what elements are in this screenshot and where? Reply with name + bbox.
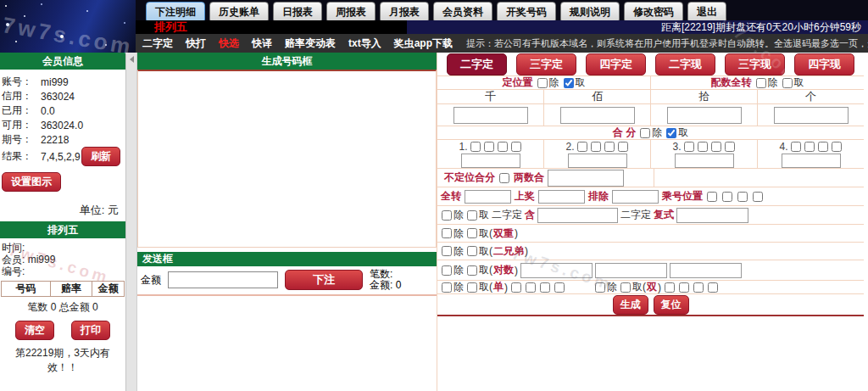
even-pos-checkbox[interactable] [693, 282, 704, 293]
group-4-checkbox[interactable] [832, 142, 842, 152]
mode-button[interactable]: 二字定 [447, 53, 507, 75]
tab[interactable]: txt导入 [348, 36, 381, 51]
clear-button[interactable]: 清空 [15, 321, 54, 340]
odd-pos-checkbox[interactable] [526, 282, 536, 293]
brothers-take-checkbox[interactable] [467, 246, 477, 256]
group-1-input[interactable] [461, 154, 520, 168]
full-exclude[interactable]: 除 [755, 75, 778, 90]
odd-pos-checkbox[interactable] [554, 282, 565, 293]
contain-input[interactable] [537, 208, 618, 223]
even-exclude[interactable]: 除 [594, 280, 617, 294]
odd-take[interactable]: 取(单) [466, 280, 508, 294]
pair-input-3[interactable] [670, 263, 742, 278]
tab[interactable]: 快打 [186, 36, 206, 51]
group-1-checkbox[interactable] [470, 142, 481, 152]
collapse-arrow-icon[interactable] [130, 56, 134, 63]
even-pos-checkbox[interactable] [665, 282, 675, 293]
group-4-checkbox[interactable] [818, 142, 828, 152]
multiply-pos-checkbox[interactable] [753, 192, 763, 202]
odd-exclude-checkbox[interactable] [442, 282, 452, 293]
double-exclude-checkbox[interactable] [442, 228, 452, 238]
refresh-button[interactable]: 刷新 [81, 147, 120, 166]
odd-pos-checkbox[interactable] [511, 282, 521, 293]
full-exclude-checkbox[interactable] [756, 78, 766, 88]
hefen-take[interactable]: 取 [665, 126, 688, 140]
double-take-checkbox[interactable] [467, 228, 477, 238]
amount-input[interactable] [168, 271, 278, 288]
contain-exclude[interactable]: 除 [441, 208, 464, 222]
group-3-checkbox[interactable] [711, 142, 721, 152]
group-2-checkbox[interactable] [591, 142, 601, 152]
generated-numbers-box[interactable] [137, 70, 437, 248]
hefen-exclude-checkbox[interactable] [640, 128, 650, 138]
even-take-checkbox[interactable] [620, 282, 631, 293]
brothers-exclude-checkbox[interactable] [442, 246, 452, 256]
contain-take-checkbox[interactable] [467, 210, 477, 221]
mode-button[interactable]: 三字现 [725, 53, 785, 75]
group-4-input[interactable] [782, 154, 841, 168]
brothers-exclude[interactable]: 除 [441, 244, 464, 259]
group-2-checkbox[interactable] [604, 142, 615, 152]
two-sum-input[interactable] [548, 170, 624, 187]
tab[interactable]: 快译 [252, 36, 272, 51]
group-4-checkbox[interactable] [791, 142, 801, 152]
even-pos-checkbox[interactable] [708, 282, 718, 293]
hundred-input[interactable] [560, 107, 635, 124]
bet-button[interactable]: 下注 [285, 270, 363, 290]
nofix-checkbox[interactable] [499, 173, 509, 183]
compound-input[interactable] [676, 208, 748, 223]
pair-exclude[interactable]: 除 [441, 263, 464, 277]
position-exclude[interactable]: 除 [537, 75, 559, 90]
contain-take[interactable]: 取 [466, 208, 489, 222]
pair-input-2[interactable] [595, 263, 667, 278]
multiply-pos-checkbox[interactable] [722, 192, 732, 202]
mode-button[interactable]: 二字现 [655, 53, 715, 75]
sidebar-splitter[interactable] [126, 53, 137, 391]
position-exclude-checkbox[interactable] [537, 78, 548, 88]
thousand-input[interactable] [453, 107, 528, 124]
hefen-take-checkbox[interactable] [666, 128, 676, 138]
group-1-checkbox[interactable] [498, 142, 508, 152]
pair-take-checkbox[interactable] [467, 265, 477, 276]
group-3-checkbox[interactable] [684, 142, 694, 152]
tab[interactable]: 奖虫app下载 [394, 36, 453, 51]
odd-pos-checkbox[interactable] [540, 282, 550, 293]
group-2-checkbox[interactable] [577, 142, 587, 152]
even-take[interactable]: 取(双) [620, 280, 661, 294]
multiply-pos-checkbox[interactable] [737, 192, 748, 202]
tab[interactable]: 快选 [219, 36, 239, 51]
mode-button[interactable]: 三字定 [516, 53, 576, 75]
group-2-input[interactable] [568, 154, 627, 168]
even-exclude-checkbox[interactable] [595, 282, 605, 293]
full-turn-input[interactable] [465, 190, 511, 204]
print-button[interactable]: 打印 [71, 321, 110, 340]
odd-take-checkbox[interactable] [467, 282, 477, 293]
position-take[interactable]: 取 [563, 75, 586, 90]
mode-button[interactable]: 四字现 [794, 53, 854, 75]
group-3-checkbox[interactable] [698, 142, 708, 152]
group-1-checkbox[interactable] [484, 142, 494, 152]
tab[interactable]: 二字定 [142, 36, 173, 51]
brothers-take[interactable]: 取(二兄弟) [466, 244, 528, 259]
double-take[interactable]: 取(双重) [466, 226, 518, 241]
ten-input[interactable] [667, 107, 742, 124]
full-take-checkbox[interactable] [782, 78, 793, 88]
group-4-checkbox[interactable] [804, 142, 815, 152]
setup-image-button[interactable]: 设置图示 [2, 172, 61, 192]
exclude-input[interactable] [612, 190, 659, 204]
unit-input[interactable] [774, 107, 849, 124]
group-3-checkbox[interactable] [725, 142, 735, 152]
mode-button[interactable]: 四字定 [586, 53, 646, 75]
full-take[interactable]: 取 [782, 75, 804, 90]
contain-exclude-checkbox[interactable] [442, 210, 452, 221]
tab[interactable]: 赔率变动表 [285, 36, 336, 51]
pair-exclude-checkbox[interactable] [442, 265, 452, 276]
position-take-checkbox[interactable] [564, 78, 574, 88]
odd-exclude[interactable]: 除 [441, 280, 464, 294]
pair-input-1[interactable] [520, 263, 593, 278]
double-exclude[interactable]: 除 [441, 226, 464, 241]
reset-button[interactable]: 复位 [654, 295, 689, 315]
even-pos-checkbox[interactable] [679, 282, 689, 293]
pair-take[interactable]: 取(对数) [466, 263, 518, 277]
group-1-checkbox[interactable] [511, 142, 521, 152]
